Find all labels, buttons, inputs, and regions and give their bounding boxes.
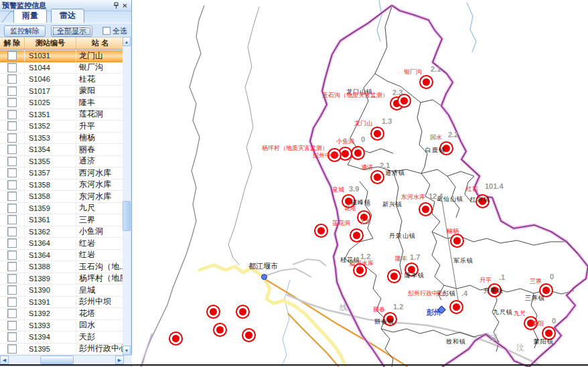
close-icon[interactable]: ✕ — [121, 1, 129, 10]
table-row[interactable]: S1394天彭 — [0, 332, 124, 344]
row-checkbox[interactable] — [7, 274, 17, 283]
row-checkbox[interactable] — [7, 344, 17, 354]
table-row[interactable]: S1395彭州行政中心 — [0, 344, 124, 356]
row-checkbox[interactable] — [7, 321, 17, 330]
station-marker[interactable] — [387, 269, 401, 283]
column-station-id[interactable]: 测站编号 — [25, 38, 76, 49]
table-row[interactable]: S1031龙门山 — [0, 50, 124, 62]
station-value: 2.3 — [392, 88, 402, 96]
row-checkbox[interactable] — [7, 262, 17, 271]
station-marker[interactable] — [242, 328, 256, 342]
town-label: 九尺镇 — [493, 308, 513, 317]
row-station-id: S1357 — [25, 167, 76, 179]
release-monitor-button[interactable]: 监控解除 — [4, 25, 46, 37]
tab-rainfall[interactable]: 雨量 — [13, 9, 47, 23]
row-release-cell — [0, 191, 25, 202]
table-row[interactable]: S1388玉石沟（地... — [0, 261, 124, 273]
table-row[interactable]: S1046桂花 — [0, 74, 124, 86]
row-checkbox[interactable] — [7, 332, 17, 342]
row-checkbox[interactable] — [7, 227, 17, 236]
scroll-right-icon[interactable]: ▶ — [115, 356, 124, 364]
row-checkbox[interactable] — [7, 215, 17, 224]
table-row[interactable]: S1354丽春 — [0, 144, 124, 156]
table-row[interactable]: S1357西河水库 — [0, 167, 124, 179]
gis-map[interactable]: 银厂沟2.1玉石沟（地质灾害监测）2.3龙门山1.3小鱼洞0杨坪村（地质灾害监测… — [132, 0, 588, 367]
horizontal-scroll-thumb[interactable] — [40, 356, 74, 364]
station-marker[interactable] — [370, 127, 384, 141]
row-station-id: S1364 — [25, 250, 76, 261]
table-row[interactable]: S1392花塔 — [0, 308, 124, 320]
row-checkbox[interactable] — [7, 192, 17, 201]
row-checkbox[interactable] — [7, 110, 17, 119]
row-release-cell — [0, 179, 25, 191]
row-checkbox[interactable] — [7, 133, 17, 143]
station-marker[interactable] — [419, 75, 433, 89]
row-checkbox[interactable] — [7, 238, 17, 248]
table-row[interactable]: S1044银厂沟 — [0, 62, 124, 74]
column-release[interactable]: 解 除 — [0, 38, 25, 49]
row-checkbox[interactable] — [7, 63, 17, 72]
scroll-left-icon[interactable]: ◀ — [0, 356, 9, 364]
station-marker[interactable] — [206, 305, 220, 319]
row-checkbox[interactable] — [7, 51, 17, 60]
tab-radar[interactable]: 雷达 — [51, 9, 84, 23]
scroll-up-icon[interactable]: ▲ — [123, 37, 131, 46]
station-marker[interactable] — [351, 146, 365, 160]
row-checkbox[interactable] — [7, 285, 17, 295]
table-row[interactable]: S1351莲花洞 — [0, 109, 124, 121]
select-all-checkbox[interactable] — [102, 27, 111, 35]
station-marker[interactable] — [450, 234, 464, 248]
table-row[interactable]: S1355通济 — [0, 156, 124, 168]
row-checkbox[interactable] — [7, 309, 17, 318]
station-marker[interactable] — [419, 202, 433, 216]
table-row[interactable]: S1393回水 — [0, 320, 124, 332]
table-row[interactable]: S1364红岩 — [0, 238, 124, 250]
table-row[interactable]: S1362小鱼洞 — [0, 226, 124, 238]
row-checkbox[interactable] — [7, 121, 17, 131]
station-marker[interactable] — [213, 323, 227, 337]
station-marker[interactable] — [370, 170, 384, 184]
row-checkbox[interactable] — [7, 98, 17, 107]
row-station-name: 九尺 — [76, 202, 124, 214]
vertical-scrollbar[interactable]: ▲ ▼ — [123, 37, 131, 355]
table-row[interactable]: S1359九尺 — [0, 203, 124, 215]
station-marker[interactable] — [236, 305, 250, 319]
station-marker[interactable] — [169, 332, 183, 346]
table-row[interactable]: S1389杨坪村（地质... — [0, 273, 124, 285]
show-all-button[interactable]: 全部显示 — [51, 25, 92, 37]
row-checkbox[interactable] — [7, 297, 17, 307]
row-checkbox[interactable] — [7, 157, 17, 166]
row-station-name: 天彭 — [76, 332, 124, 343]
row-checkbox[interactable] — [7, 168, 17, 177]
table-row[interactable]: S1358东河水库 — [0, 179, 124, 192]
row-checkbox[interactable] — [7, 250, 17, 260]
table-row[interactable]: S1361三界 — [0, 214, 124, 226]
station-marker[interactable] — [449, 300, 463, 314]
table-row[interactable]: S1025隆丰 — [0, 97, 124, 109]
station-marker[interactable] — [350, 228, 364, 242]
table-row[interactable]: S1390皇城 — [0, 285, 124, 297]
scroll-down-icon[interactable]: ▼ — [123, 346, 131, 355]
row-checkbox[interactable] — [7, 204, 17, 213]
table-row[interactable]: S1358东河水库 — [0, 191, 124, 203]
table-row[interactable]: S1364红岩 — [0, 250, 124, 262]
column-station-name[interactable]: 站 名 — [76, 38, 124, 49]
pin-icon[interactable] — [112, 1, 121, 10]
row-checkbox[interactable] — [7, 74, 17, 84]
table-row[interactable]: S1352升平 — [0, 121, 124, 133]
station-marker[interactable] — [314, 224, 328, 238]
row-station-name: 三界 — [76, 214, 124, 226]
station-value: 3.9 — [349, 185, 359, 193]
city-marker-icon[interactable] — [261, 274, 267, 280]
vertical-scroll-thumb[interactable] — [123, 201, 131, 231]
table-row[interactable]: S1391彭州中坝 — [0, 297, 124, 309]
row-checkbox[interactable] — [7, 180, 17, 190]
row-checkbox[interactable] — [7, 86, 17, 96]
row-station-id: S1031 — [25, 50, 76, 62]
table-row[interactable]: S1353楠杨 — [0, 133, 124, 145]
horizontal-scrollbar[interactable]: ◀ ▶ — [0, 355, 132, 365]
row-checkbox[interactable] — [7, 145, 17, 154]
table-row[interactable]: S1017蒙阳 — [0, 86, 124, 98]
row-station-name: 小鱼洞 — [76, 226, 124, 237]
row-station-name: 彭州中坝 — [76, 296, 124, 307]
